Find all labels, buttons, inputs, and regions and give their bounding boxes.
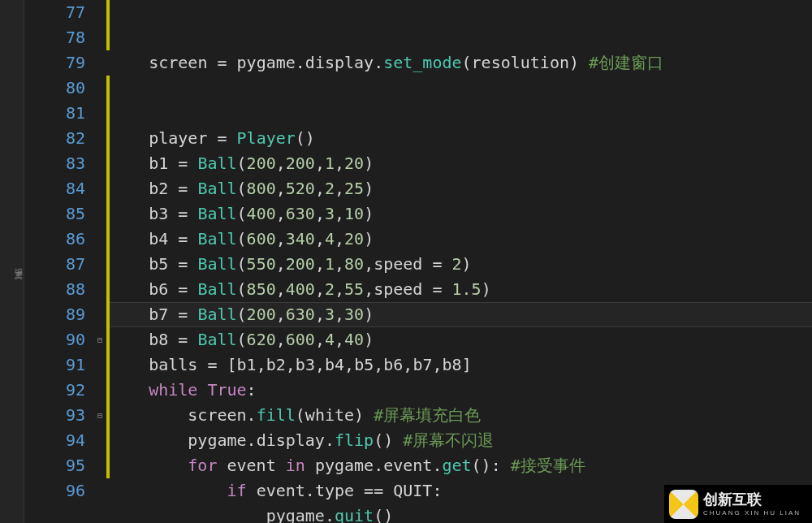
fold-spacer <box>93 76 106 101</box>
line-number[interactable]: 90 <box>24 327 85 352</box>
code-token: : <box>432 481 442 500</box>
code-token <box>110 229 149 249</box>
line-number[interactable]: 88 <box>24 277 85 302</box>
line-number[interactable]: 77 <box>24 0 85 25</box>
code-token: , <box>335 330 344 349</box>
code-line[interactable]: pygame.display.flip() #屏幕不闪退 <box>110 428 812 453</box>
fold-toggle-icon[interactable]: ⊟ <box>93 403 106 428</box>
code-line[interactable]: screen.fill(white) #屏幕填充白色 <box>110 403 812 428</box>
fold-spacer <box>93 453 106 478</box>
code-token: ) <box>462 254 472 274</box>
code-line[interactable]: b8 = Ball(620,600,4,40) <box>110 327 812 352</box>
code-token: , <box>286 355 296 374</box>
fold-spacer <box>93 101 106 126</box>
code-line[interactable]: b7 = Ball(200,630,3,30) <box>110 302 812 327</box>
line-number[interactable]: 91 <box>24 352 85 378</box>
code-editor[interactable]: 编 工具 77787980818283848586878889909192939… <box>0 0 812 523</box>
code-token: ] <box>462 355 472 374</box>
code-token <box>110 153 149 173</box>
line-number[interactable]: 94 <box>24 428 85 453</box>
code-token: display <box>257 430 325 450</box>
code-line[interactable]: balls = [b1,b2,b3,b4,b5,b6,b7,b8] <box>110 352 812 378</box>
code-token <box>110 179 149 198</box>
code-line[interactable]: b5 = Ball(550,200,1,80,speed = 2) <box>110 252 812 277</box>
code-line[interactable]: if event.type == QUIT: <box>110 478 812 504</box>
code-token: b7 <box>149 305 178 324</box>
line-number[interactable]: 92 <box>24 378 85 403</box>
line-number[interactable]: 96 <box>24 478 85 504</box>
code-line[interactable]: for event in pygame.event.get(): #接受事件 <box>110 453 812 478</box>
code-token: #接受事件 <box>511 456 585 475</box>
code-line[interactable]: b3 = Ball(400,630,3,10) <box>110 201 812 227</box>
code-line[interactable]: player = Player() <box>110 126 812 151</box>
line-number[interactable]: 86 <box>24 227 85 252</box>
line-number[interactable]: 84 <box>24 176 85 201</box>
code-token: 20 <box>344 153 364 173</box>
code-token: ) <box>364 204 374 223</box>
code-token: 2 <box>452 254 462 274</box>
code-token: event <box>227 456 286 475</box>
line-number[interactable]: 81 <box>24 101 85 126</box>
code-token: pygame <box>237 53 296 72</box>
fold-spacer <box>93 201 106 227</box>
code-line[interactable]: b1 = Ball(200,200,1,20) <box>110 151 812 176</box>
code-line[interactable]: pygame.quit() <box>110 504 812 523</box>
fold-spacer <box>93 478 106 504</box>
code-line[interactable] <box>110 76 812 101</box>
code-token: , <box>433 355 443 374</box>
activity-bar[interactable]: 编 工具 <box>0 0 24 523</box>
code-token <box>110 481 227 500</box>
code-line[interactable]: screen = pygame.display.set_mode(resolut… <box>110 50 812 76</box>
code-token: 4 <box>325 330 335 349</box>
line-number-gutter[interactable]: 7778798081828384858687888990919293949596 <box>24 0 93 523</box>
line-number[interactable]: 83 <box>24 151 85 176</box>
code-token: , <box>315 305 325 324</box>
line-number[interactable]: 87 <box>24 252 85 277</box>
code-token: type <box>315 481 364 500</box>
code-token: b1 <box>237 355 257 374</box>
fold-toggle-icon[interactable]: ⊟ <box>93 327 106 352</box>
code-token <box>110 204 149 223</box>
fold-column[interactable]: ⊟ ⊟ <box>93 0 106 523</box>
code-token: , <box>315 355 325 374</box>
code-token: while <box>149 380 207 400</box>
line-number[interactable]: 79 <box>24 50 85 76</box>
code-token: ) <box>364 330 374 349</box>
line-number[interactable]: 89 <box>24 302 85 327</box>
line-number[interactable]: 93 <box>24 403 85 428</box>
line-number[interactable]: 78 <box>24 25 85 50</box>
code-token: 200 <box>247 153 276 173</box>
code-line[interactable]: b2 = Ball(800,520,2,25) <box>110 176 812 201</box>
code-token: ( <box>237 153 247 173</box>
line-number[interactable]: 95 <box>24 453 85 478</box>
code-token: speed <box>374 279 432 299</box>
code-token: for <box>188 456 227 475</box>
line-number[interactable]: 85 <box>24 201 85 227</box>
code-token: ) <box>354 405 374 425</box>
code-token: Ball <box>197 229 236 249</box>
code-token: ) <box>482 279 491 299</box>
code-token: 800 <box>247 179 276 198</box>
code-area[interactable]: screen = pygame.display.set_mode(resolut… <box>110 0 812 523</box>
code-line[interactable] <box>110 101 812 126</box>
code-token <box>110 53 149 72</box>
code-line[interactable]: while True: <box>110 378 812 403</box>
code-token: , <box>315 330 325 349</box>
code-token: , <box>364 254 374 274</box>
code-token: player <box>149 128 217 148</box>
code-token: if <box>227 481 257 500</box>
code-token: b6 <box>383 355 403 374</box>
code-token: , <box>315 179 325 198</box>
line-number[interactable]: 82 <box>24 126 85 151</box>
code-token: 620 <box>247 330 276 349</box>
code-token: ( <box>237 204 247 223</box>
code-token: quit <box>335 506 374 523</box>
code-token: ( <box>462 53 472 72</box>
code-token: 200 <box>247 305 276 324</box>
code-token: , <box>315 279 325 299</box>
code-token: , <box>335 305 344 324</box>
line-number[interactable]: 80 <box>24 76 85 101</box>
code-line[interactable]: b6 = Ball(850,400,2,55,speed = 1.5) <box>110 277 812 302</box>
code-token: , <box>276 254 286 274</box>
code-line[interactable]: b4 = Ball(600,340,4,20) <box>110 227 812 252</box>
